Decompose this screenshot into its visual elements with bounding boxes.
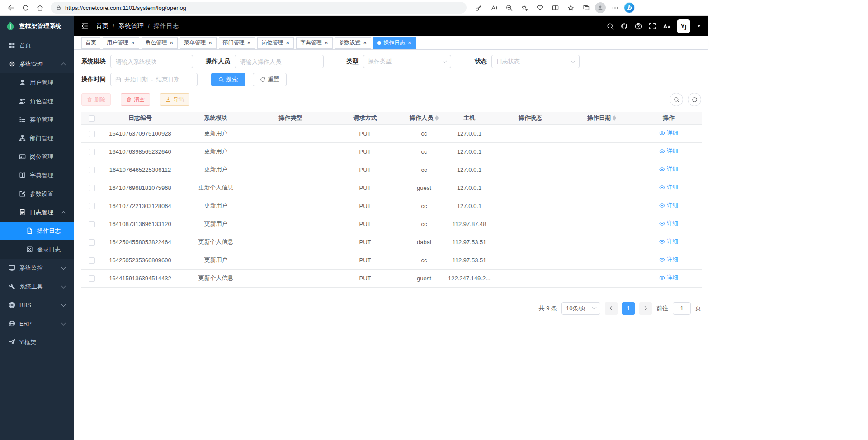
type-select[interactable]: 操作类型 xyxy=(363,55,451,68)
operator-input[interactable] xyxy=(235,55,324,68)
tab-dept-mgmt[interactable]: 部门管理× xyxy=(219,37,255,49)
close-icon[interactable]: × xyxy=(170,40,174,46)
system-module-input[interactable] xyxy=(110,55,193,68)
detail-link[interactable]: 详细 xyxy=(659,220,678,227)
sidebar-item-dept-mgmt[interactable]: 部门管理 xyxy=(0,129,74,147)
column-header[interactable]: 操作日期 xyxy=(568,112,636,124)
sidebar-item-user-mgmt[interactable]: 用户管理 xyxy=(0,73,74,92)
reset-button[interactable]: 重置 xyxy=(253,73,287,86)
user-avatar[interactable]: Yj xyxy=(677,19,690,33)
select-all-checkbox[interactable] xyxy=(89,115,95,122)
sidebar-toggle-icon[interactable] xyxy=(81,22,89,30)
tab-role-mgmt[interactable]: 角色管理× xyxy=(142,37,178,49)
zoom-out-icon[interactable] xyxy=(503,2,515,14)
row-checkbox[interactable] xyxy=(89,239,95,246)
delete-button[interactable]: 删除 xyxy=(81,93,111,106)
sidebar-item-system-monitor[interactable]: 系统监控 xyxy=(0,259,74,277)
toggle-search-button[interactable] xyxy=(670,93,683,106)
row-checkbox[interactable] xyxy=(89,221,95,227)
detail-link[interactable]: 详细 xyxy=(659,238,678,246)
detail-link[interactable]: 详细 xyxy=(659,274,678,282)
detail-link[interactable]: 详细 xyxy=(659,129,678,137)
sidebar-item-log-mgmt[interactable]: 日志管理 xyxy=(0,203,74,222)
font-size-icon[interactable] xyxy=(663,23,670,30)
refresh-button[interactable] xyxy=(688,93,701,106)
clear-button[interactable]: 清空 xyxy=(121,93,150,106)
help-icon[interactable] xyxy=(635,23,642,30)
favorites-icon[interactable] xyxy=(564,2,577,14)
export-button[interactable]: 导出 xyxy=(160,93,189,106)
browser-essentials-icon[interactable] xyxy=(533,2,546,14)
row-checkbox[interactable] xyxy=(89,257,95,264)
breadcrumb-item[interactable]: 首页 xyxy=(96,22,108,30)
row-checkbox[interactable] xyxy=(89,203,95,209)
sidebar-item-post-mgmt[interactable]: 岗位管理 xyxy=(0,147,74,166)
column-header[interactable]: 操作人员 xyxy=(402,112,446,124)
reload-button[interactable] xyxy=(19,2,32,14)
page-size-select[interactable]: 10条/页 xyxy=(561,302,600,315)
home-button[interactable] xyxy=(33,2,46,14)
sidebar-item-erp[interactable]: ERP xyxy=(0,314,74,333)
goto-page-input[interactable] xyxy=(673,302,691,315)
date-range-picker[interactable]: 开始日期 - 结束日期 xyxy=(110,73,198,86)
sidebar-item-home[interactable]: 首页 xyxy=(0,36,74,55)
back-button[interactable] xyxy=(5,2,17,14)
bing-sidebar-icon[interactable]: b xyxy=(624,2,635,13)
row-checkbox[interactable] xyxy=(89,275,95,282)
row-checkbox[interactable] xyxy=(89,185,95,191)
detail-link[interactable]: 详细 xyxy=(659,256,678,264)
prev-page-button[interactable] xyxy=(605,302,618,315)
tab-oper-log[interactable]: 操作日志× xyxy=(373,37,416,49)
sidebar-item-system-mgmt[interactable]: 系统管理 xyxy=(0,55,74,73)
close-icon[interactable]: × xyxy=(208,40,212,46)
close-icon[interactable]: × xyxy=(407,40,412,46)
detail-link[interactable]: 详细 xyxy=(659,184,678,191)
sidebar-item-yi-framework[interactable]: Yi框架 xyxy=(0,333,74,351)
cell-operator: cc xyxy=(402,161,446,179)
sort-icon[interactable] xyxy=(435,115,439,121)
tab-param-settings[interactable]: 参数设置× xyxy=(335,37,372,49)
tab-home[interactable]: 首页 xyxy=(81,37,100,49)
close-icon[interactable]: × xyxy=(247,40,251,46)
address-bar[interactable]: https://ccnetcore.com:1101/system/log/op… xyxy=(51,2,467,14)
sidebar-item-login-log[interactable]: 登录日志 xyxy=(0,240,74,259)
detail-link[interactable]: 详细 xyxy=(659,202,678,209)
row-checkbox[interactable] xyxy=(89,167,95,173)
search-button[interactable]: 搜索 xyxy=(211,73,245,86)
row-checkbox[interactable] xyxy=(89,131,95,137)
row-checkbox[interactable] xyxy=(89,149,95,155)
github-icon[interactable] xyxy=(621,23,628,30)
split-screen-icon[interactable] xyxy=(549,2,561,14)
tab-user-mgmt[interactable]: 用户管理× xyxy=(103,37,139,49)
sidebar-item-dict-mgmt[interactable]: 字典管理 xyxy=(0,166,74,185)
status-select[interactable]: 日志状态 xyxy=(491,55,580,68)
collections-icon[interactable] xyxy=(580,2,592,14)
sidebar-item-system-tools[interactable]: 系统工具 xyxy=(0,277,74,296)
close-icon[interactable]: × xyxy=(324,40,329,46)
close-icon[interactable]: × xyxy=(131,40,135,46)
sidebar-item-param-settings[interactable]: 参数设置 xyxy=(0,185,74,203)
detail-link[interactable]: 详细 xyxy=(659,147,678,155)
fullscreen-icon[interactable] xyxy=(649,23,656,30)
close-icon[interactable]: × xyxy=(285,40,290,46)
page-button-1[interactable]: 1 xyxy=(622,302,635,315)
sidebar-item-bbs[interactable]: BBS xyxy=(0,296,74,314)
close-icon[interactable]: × xyxy=(363,40,368,46)
sort-icon[interactable] xyxy=(613,115,616,121)
sidebar-item-menu-mgmt[interactable]: 菜单管理 xyxy=(0,110,74,129)
more-icon[interactable] xyxy=(609,2,621,14)
sidebar-item-role-mgmt[interactable]: 角色管理 xyxy=(0,92,74,110)
sidebar-item-oper-log[interactable]: 操作日志 xyxy=(0,222,74,240)
tab-dict-mgmt[interactable]: 字典管理× xyxy=(296,37,333,49)
favorite-add-icon[interactable] xyxy=(518,2,531,14)
chevron-down-icon[interactable] xyxy=(697,25,701,29)
breadcrumb-item[interactable]: 系统管理 xyxy=(118,22,144,30)
detail-link[interactable]: 详细 xyxy=(659,166,678,173)
next-page-button[interactable] xyxy=(639,302,652,315)
profile-avatar[interactable] xyxy=(595,2,606,13)
search-icon[interactable] xyxy=(607,23,614,30)
read-aloud-icon[interactable] xyxy=(487,2,500,14)
password-key-icon[interactable] xyxy=(472,2,485,14)
tab-menu-mgmt[interactable]: 菜单管理× xyxy=(180,37,217,49)
tab-post-mgmt[interactable]: 岗位管理× xyxy=(257,37,294,49)
